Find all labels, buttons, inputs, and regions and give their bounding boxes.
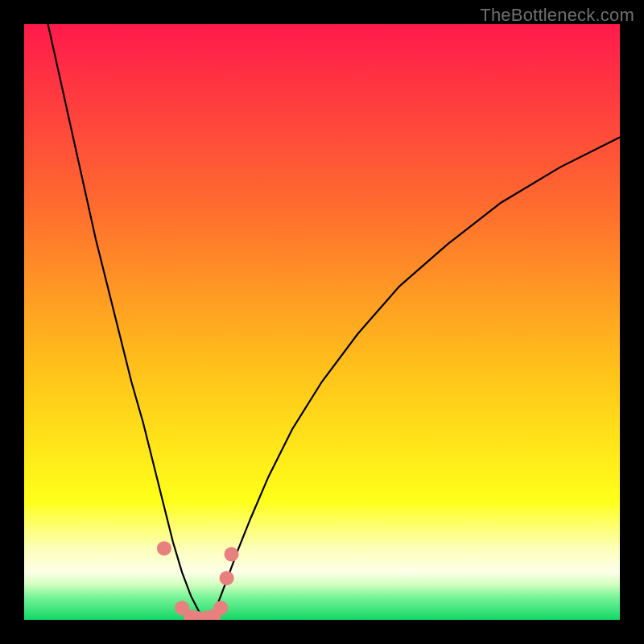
watermark-text: TheBottleneck.com xyxy=(480,5,634,26)
chart-frame xyxy=(24,24,620,620)
gradient-background xyxy=(24,24,620,620)
data-marker xyxy=(213,601,228,615)
data-marker xyxy=(225,547,239,562)
data-marker xyxy=(157,541,171,555)
chart-svg xyxy=(24,24,620,620)
data-marker xyxy=(220,571,234,585)
